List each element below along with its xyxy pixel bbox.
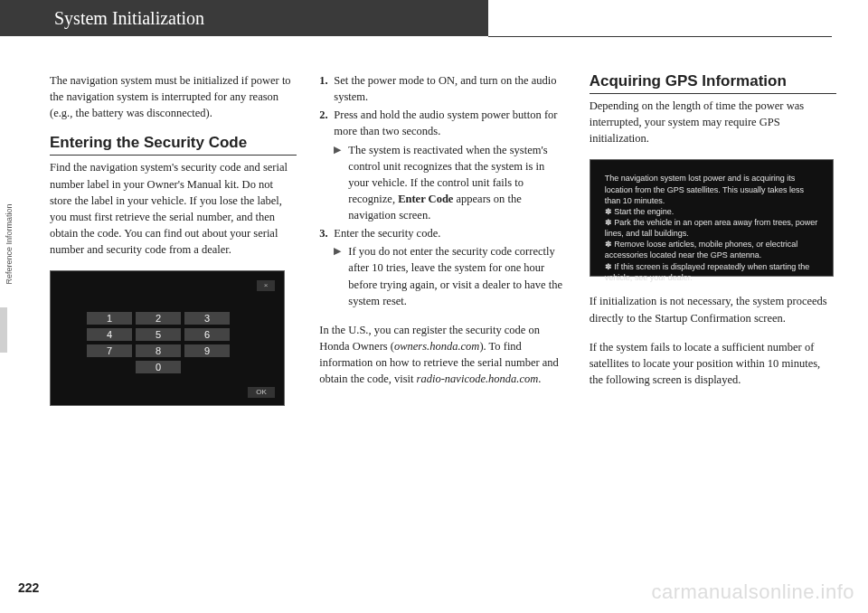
keypad-grid: 1 2 3 4 5 6 7 8 9 0: [87, 312, 230, 373]
column-1: The navigation system must be initialize…: [50, 72, 297, 406]
column-2: 1. Set the power mode to ON, and turn on…: [319, 72, 566, 406]
us-registration: In the U.S., you can register the securi…: [319, 322, 566, 388]
sidebar-tab: Reference Information: [0, 181, 18, 307]
header-rule: [488, 36, 832, 37]
content-columns: The navigation system must be initialize…: [50, 72, 836, 406]
triangle-icon: ▶: [334, 142, 348, 224]
keypad-key: 6: [184, 328, 230, 341]
page-number: 222: [18, 580, 39, 595]
step-text: Press and hold the audio system power bu…: [334, 107, 566, 139]
close-icon: ×: [257, 280, 275, 291]
sidebar-label: Reference Information: [5, 203, 14, 284]
keypad-key: 4: [87, 328, 132, 341]
keypad-key: 7: [87, 344, 132, 357]
step-2-sub: ▶ The system is reactivated when the sys…: [334, 142, 566, 224]
step-3: 3. Enter the security code.: [319, 225, 566, 241]
step-number: 3.: [319, 225, 334, 241]
security-code-body: Find the navigation system's security co…: [50, 159, 297, 258]
sidebar-tab-highlight: [0, 307, 7, 353]
gps-intro: Depending on the length of time the powe…: [590, 98, 836, 146]
keypad-key: 1: [87, 312, 132, 325]
intro-paragraph: The navigation system must be initialize…: [50, 72, 297, 121]
owners-site: owners.honda.com: [394, 340, 479, 353]
keypad-key: 2: [136, 312, 181, 325]
navicode-site: radio-navicode.honda.com: [417, 373, 539, 385]
ok-label: OK: [248, 387, 275, 398]
gps-screenshot: The navigation system lost power and is …: [590, 159, 834, 277]
step-number: 1.: [319, 72, 334, 105]
keypad-key: 5: [136, 328, 181, 341]
keypad-key: 9: [184, 344, 230, 357]
heading-security-code: Entering the Security Code: [50, 134, 297, 156]
triangle-icon: ▶: [334, 243, 348, 309]
step-text: Enter the security code.: [334, 225, 566, 241]
sub-text: The system is reactivated when the syste…: [348, 142, 566, 224]
step-2: 2. Press and hold the audio system power…: [319, 107, 566, 139]
heading-gps: Acquiring GPS Information: [590, 72, 836, 94]
step-3-sub: ▶ If you do not enter the security code …: [334, 243, 566, 309]
gps-after-2: If the system fails to locate a sufficie…: [590, 339, 836, 388]
watermark: carmanualsonline.info: [651, 580, 854, 604]
us-text-c: .: [538, 373, 541, 385]
step-number: 2.: [319, 107, 334, 139]
keypad-key: 8: [136, 344, 181, 357]
page-title: System Initialization: [54, 8, 204, 29]
keypad-screenshot: × 1 2 3 4 5 6 7 8 9 0 OK: [50, 270, 285, 406]
header-bar: System Initialization: [0, 0, 488, 36]
gps-screen-text: The navigation system lost power and is …: [605, 173, 818, 282]
step-1: 1. Set the power mode to ON, and turn on…: [319, 72, 566, 105]
column-3: Acquiring GPS Information Depending on t…: [590, 72, 836, 406]
enter-code-bold: Enter Code: [398, 193, 453, 205]
gps-after-1: If initialization is not necessary, the …: [590, 293, 836, 325]
keypad-key: 3: [184, 312, 230, 325]
keypad-key: 0: [136, 361, 181, 373]
step-text: Set the power mode to ON, and turn on th…: [334, 72, 566, 105]
sub-text: If you do not enter the security code co…: [348, 243, 566, 309]
